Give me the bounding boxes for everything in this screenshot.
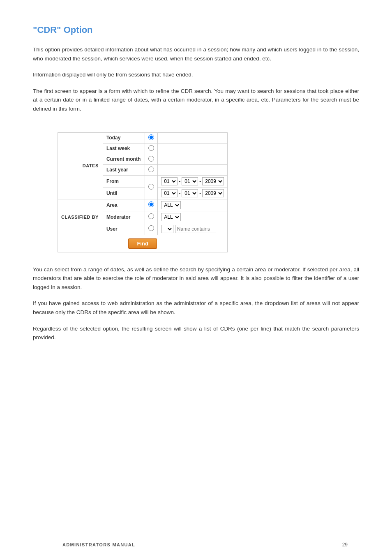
user-label: User xyxy=(103,223,145,235)
paragraph-1: This option provides detailed informatio… xyxy=(33,45,359,63)
page-title: "CDR" Option xyxy=(33,25,359,35)
user-radio-cell[interactable] xyxy=(145,223,158,235)
lastweek-radio[interactable] xyxy=(148,145,154,151)
from-month-select[interactable]: 010203040506070809101112 xyxy=(182,177,198,185)
area-label: Area xyxy=(103,199,145,211)
currentmonth-label: Current month xyxy=(103,154,145,164)
from-radio-cell[interactable] xyxy=(145,175,158,199)
currentmonth-radio-cell[interactable] xyxy=(145,154,158,164)
area-radio-cell[interactable] xyxy=(145,199,158,211)
until-day-select[interactable]: 0102030405060708091011121314151617181920… xyxy=(161,189,178,197)
dates-section-label: DATES xyxy=(58,132,103,199)
currentmonth-radio[interactable] xyxy=(148,156,154,162)
area-select[interactable]: ALL xyxy=(161,201,181,209)
find-row: Find xyxy=(58,235,228,252)
user-radio[interactable] xyxy=(148,225,154,231)
paragraph-6: Regardless of the selected option, the r… xyxy=(33,324,359,342)
until-year-select[interactable]: 2009201020112012201320142015201620172018… xyxy=(202,189,224,197)
from-sep1: - xyxy=(179,178,180,184)
from-label: From xyxy=(103,175,145,187)
user-input-cell xyxy=(158,223,228,235)
lastyear-label: Last year xyxy=(103,164,145,175)
footer-page-number: 29 xyxy=(342,542,348,548)
footer-manual-label: ADMINISTRATORS MANUAL xyxy=(62,542,135,547)
moderator-label: Moderator xyxy=(103,211,145,223)
page-footer: ADMINISTRATORS MANUAL 29 xyxy=(0,534,392,555)
until-month-select[interactable]: 010203040506070809101112 xyxy=(182,189,198,197)
area-select-cell: ALL xyxy=(158,199,228,211)
today-label: Today xyxy=(103,132,145,143)
lastyear-radio-cell[interactable] xyxy=(145,164,158,175)
today-radio[interactable] xyxy=(148,134,154,140)
until-label: Until xyxy=(103,187,145,199)
from-year-select[interactable]: 2009201020112012201320142015201620172018… xyxy=(202,177,224,185)
moderator-radio[interactable] xyxy=(148,213,154,219)
area-radio[interactable] xyxy=(148,201,154,207)
moderator-select-cell: ALL xyxy=(158,211,228,223)
paragraph-5: If you have gained access to web adminis… xyxy=(33,299,359,317)
lastweek-radio-cell[interactable] xyxy=(145,143,158,154)
today-radio-cell[interactable] xyxy=(145,132,158,143)
page-content: "CDR" Option This option provides detail… xyxy=(0,0,392,382)
paragraph-3: The first screen to appear is a form wit… xyxy=(33,87,359,113)
moderator-select[interactable]: ALL xyxy=(161,213,181,221)
search-form-table: DATES Today Last week Cu xyxy=(58,132,228,252)
currentmonth-extra xyxy=(158,154,228,164)
today-row: DATES Today xyxy=(58,132,228,143)
from-date-cell: 0102030405060708091011121314151617181920… xyxy=(158,175,228,187)
until-sep1: - xyxy=(179,190,180,196)
paragraph-2: Information displayed will only be from … xyxy=(33,70,359,79)
lastyear-extra xyxy=(158,164,228,175)
find-button[interactable]: Find xyxy=(128,238,157,249)
footer-line-center xyxy=(143,545,335,545)
footer-line-left xyxy=(33,545,58,545)
area-row: CLASSIFIED BY Area ALL xyxy=(58,199,228,211)
from-day-select[interactable]: 0102030405060708091011121314151617181920… xyxy=(161,177,178,185)
user-select[interactable] xyxy=(161,225,173,233)
search-form-container: DATES Today Last week Cu xyxy=(58,132,228,252)
until-date-selects: 0102030405060708091011121314151617181920… xyxy=(161,189,224,197)
paragraph-4: You can select from a range of dates, as… xyxy=(33,265,359,292)
from-date-selects: 0102030405060708091011121314151617181920… xyxy=(161,177,224,185)
lastweek-label: Last week xyxy=(103,143,145,154)
from-sep2: - xyxy=(199,178,201,184)
from-radio[interactable] xyxy=(148,184,154,190)
name-contains-input[interactable] xyxy=(175,225,216,233)
lastyear-radio[interactable] xyxy=(148,166,154,172)
find-button-cell: Find xyxy=(58,235,228,252)
footer-line-right xyxy=(351,545,359,545)
today-extra xyxy=(158,132,228,143)
classified-section-label: CLASSIFIED BY xyxy=(58,199,103,235)
moderator-radio-cell[interactable] xyxy=(145,211,158,223)
until-sep2: - xyxy=(199,190,201,196)
until-date-cell: 0102030405060708091011121314151617181920… xyxy=(158,187,228,199)
lastweek-extra xyxy=(158,143,228,154)
